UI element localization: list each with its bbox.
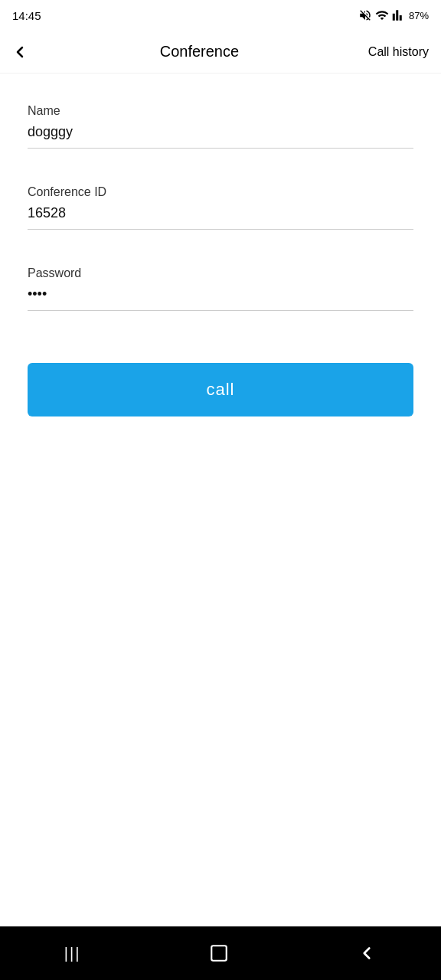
wifi-icon [375,8,389,22]
nav-bar: ||| [0,926,441,980]
conference-id-label: Conference ID [28,185,413,199]
status-bar: 14:45 87% [0,0,441,31]
nav-menu-icon[interactable]: ||| [64,945,81,962]
call-history-button[interactable]: Call history [362,39,435,65]
nav-back-arrow-icon [357,943,377,963]
name-value[interactable]: dogggy [28,124,413,149]
status-time: 14:45 [12,9,41,22]
signal-icon [392,8,406,22]
password-value[interactable]: •••• [28,286,413,311]
main-content: Name dogggy Conference ID 16528 Password… [0,74,441,926]
conference-id-field: Conference ID 16528 [28,185,413,230]
back-arrow-icon [11,43,29,61]
password-label: Password [28,266,413,280]
nav-back-icon[interactable] [357,943,377,963]
svg-rect-0 [211,946,227,961]
home-square-icon [209,943,229,963]
page-title: Conference [37,43,362,60]
name-label: Name [28,104,413,118]
call-button-wrapper: call [28,363,413,416]
app-bar: Conference Call history [0,31,441,74]
mute-icon [358,8,372,22]
status-icons: 87% [358,8,429,22]
call-button[interactable]: call [28,363,413,416]
conference-id-value[interactable]: 16528 [28,205,413,230]
back-button[interactable] [3,35,37,69]
password-field: Password •••• [28,266,413,311]
battery-indicator: 87% [409,10,429,21]
name-field: Name dogggy [28,104,413,149]
nav-home-icon[interactable] [209,943,229,963]
